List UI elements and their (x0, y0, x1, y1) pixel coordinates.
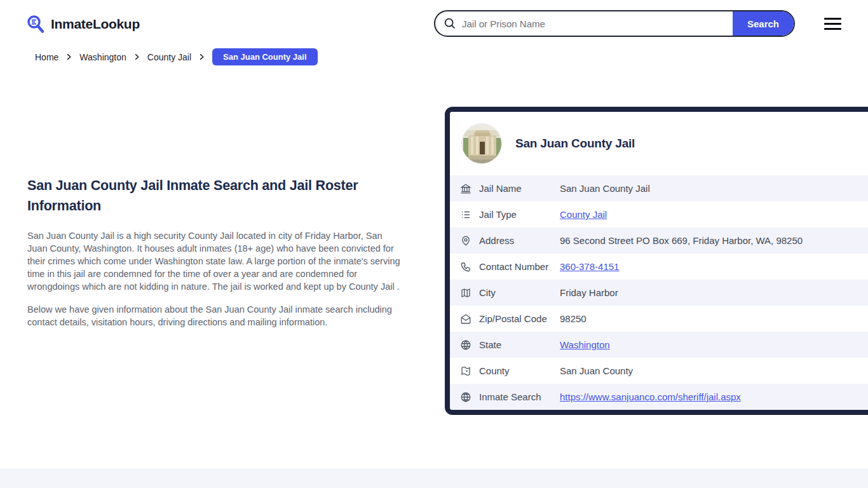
row-value: 98250 (560, 313, 868, 324)
web-globe-icon (460, 391, 479, 403)
row-label: State (479, 339, 560, 350)
search-icon (443, 17, 457, 30)
row-value: Friday Harbor (560, 287, 868, 298)
brand-logo[interactable]: InmateLookup (25, 14, 140, 34)
table-row: City Friday Harbor (450, 280, 868, 306)
globe-icon (460, 339, 479, 351)
table-row: State Washington (450, 332, 868, 358)
row-label: Address (479, 235, 560, 246)
table-row: Address 96 Second Street PO Box 669, Fri… (450, 227, 868, 254)
row-label: Jail Type (479, 209, 560, 220)
mail-open-icon (460, 313, 479, 325)
breadcrumb-current-badge[interactable]: San Juan County Jail (212, 48, 317, 65)
table-row: Contact Number 360-378-4151 (450, 254, 868, 280)
bank-icon (460, 183, 479, 194)
brand-name: InmateLookup (51, 17, 140, 32)
row-label: Inmate Search (479, 391, 560, 402)
jail-type-link[interactable]: County Jail (560, 209, 607, 220)
row-label: Jail Name (479, 183, 560, 194)
article-paragraph: Below we have given information about th… (27, 303, 403, 329)
table-row: Jail Type County Jail (450, 201, 868, 227)
breadcrumb: Home Washington County Jail San Juan Cou… (35, 48, 318, 65)
jail-info-card: San Juan County Jail Jail Name San Juan … (445, 107, 868, 415)
state-link[interactable]: Washington (560, 339, 610, 350)
contact-number-link[interactable]: 360-378-4151 (560, 261, 619, 272)
magnifier-document-icon (25, 14, 46, 34)
jail-search-form: Search (434, 10, 795, 37)
map-pin-icon (460, 235, 479, 247)
table-row: Jail Name San Juan County Jail (450, 175, 868, 201)
chevron-right-icon (65, 53, 72, 60)
row-value: San Juan County Jail (560, 183, 868, 194)
chevron-right-icon (198, 53, 205, 60)
jail-info-table: Jail Name San Juan County Jail Jail Type… (450, 175, 868, 410)
breadcrumb-county-jail[interactable]: County Jail (147, 52, 191, 62)
inmate-search-link[interactable]: https://www.sanjuanco.com/sheriff/jail.a… (560, 391, 741, 402)
table-row: Zip/Postal Code 98250 (450, 306, 868, 332)
article: San Juan County Jail Inmate Search and J… (27, 175, 403, 329)
page-title: San Juan County Jail Inmate Search and J… (27, 175, 403, 216)
list-icon (460, 209, 479, 220)
article-paragraph: San Juan County Jail is a high security … (27, 229, 403, 293)
row-value: San Juan County (560, 365, 868, 376)
phone-icon (460, 261, 479, 273)
row-label: Contact Number (479, 261, 560, 272)
table-row: County San Juan County (450, 358, 868, 384)
card-header: San Juan County Jail (450, 112, 868, 175)
footer-strip (0, 468, 868, 488)
row-label: City (479, 287, 560, 298)
search-input[interactable] (457, 18, 733, 29)
row-label: Zip/Postal Code (479, 313, 560, 324)
breadcrumb-home[interactable]: Home (35, 52, 58, 62)
jail-photo (461, 123, 502, 164)
card-title: San Juan County Jail (515, 137, 635, 151)
row-label: County (479, 365, 560, 376)
chevron-right-icon (133, 53, 140, 60)
table-row: Inmate Search https://www.sanjuanco.com/… (450, 384, 868, 410)
hamburger-menu-icon[interactable] (824, 18, 841, 30)
breadcrumb-washington[interactable]: Washington (79, 52, 126, 62)
row-value: 96 Second Street PO Box 669, Friday Harb… (560, 235, 868, 246)
county-map-icon (460, 365, 479, 377)
map-icon (460, 287, 479, 299)
search-button[interactable]: Search (733, 10, 794, 37)
